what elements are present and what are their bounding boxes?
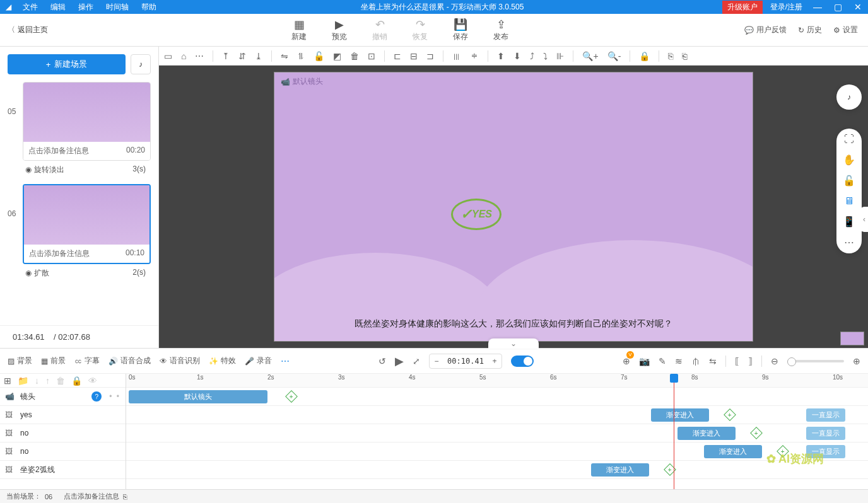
- snap-toggle[interactable]: [511, 356, 534, 367]
- arrow-down-icon[interactable]: ↓: [35, 376, 39, 386]
- zoom-in-timeline-icon[interactable]: ⊕: [853, 356, 860, 366]
- clip-default-camera[interactable]: 默认镜头: [129, 390, 267, 403]
- subtitle-text[interactable]: 既然坐姿对身体健康的影响这么大，那么我们应该如何判断自己的坐姿对不对呢？: [274, 318, 753, 330]
- align-bottom-icon[interactable]: ⤓: [255, 51, 262, 61]
- scene-music-button[interactable]: ♪: [131, 54, 151, 74]
- scene-note-placeholder[interactable]: 点击添加备注信息: [28, 146, 89, 156]
- lock-icon[interactable]: 🔓: [314, 51, 324, 61]
- flip-h-icon[interactable]: ⇋: [281, 51, 288, 61]
- tab-fx[interactable]: ✨特效: [209, 356, 236, 366]
- upgrade-account-button[interactable]: 升级账户: [722, 1, 763, 14]
- track-no1[interactable]: 渐变进入 + 一直显示: [126, 424, 868, 442]
- maximize-button[interactable]: ▢: [828, 2, 848, 12]
- dist-v-icon[interactable]: ⫩: [470, 51, 479, 61]
- fullscreen-icon[interactable]: ⛶: [844, 134, 854, 145]
- new-button[interactable]: ▦新建: [291, 18, 307, 42]
- hand-icon[interactable]: ✋: [843, 154, 855, 166]
- zoom-out-icon[interactable]: 🔍-: [607, 51, 621, 61]
- menu-edit[interactable]: 编辑: [44, 2, 72, 13]
- play-timeline-button[interactable]: ▶: [395, 354, 404, 368]
- clip-always-show[interactable]: 一直显示: [806, 408, 845, 422]
- layer-down-icon[interactable]: ⬇: [513, 51, 521, 61]
- track-label-no2[interactable]: 🖼no: [0, 442, 126, 461]
- preview-button[interactable]: ▶预览: [332, 18, 347, 42]
- copy-icon[interactable]: ⎘: [668, 51, 673, 61]
- zoom-slider[interactable]: [787, 360, 844, 362]
- tab-subtitle[interactable]: ㏄字幕: [74, 356, 100, 366]
- more-icon[interactable]: ⋯: [195, 51, 204, 61]
- timeline-ruler[interactable]: 0s 1s 2s 3s 4s 5s 6s 7s 8s 9s 10s: [126, 374, 868, 388]
- scene-item-05[interactable]: 05 点击添加备注信息 00:20 ◉旋转淡出 3(s): [8, 82, 151, 179]
- play-small-icon[interactable]: ◉: [25, 165, 32, 174]
- layers-icon[interactable]: ≋: [675, 356, 683, 366]
- unlock-icon[interactable]: 🔓: [843, 175, 855, 187]
- more-tabs-icon[interactable]: ⋯: [281, 356, 290, 366]
- marker-out-icon[interactable]: ⟧: [748, 356, 753, 366]
- publish-button[interactable]: ⇪发布: [493, 18, 508, 42]
- canvas-stage[interactable]: 📹默认镜头 ✓YES 既然坐姿对身体健康的影响这么大，那么我们应该如何判断自己的…: [274, 72, 753, 342]
- align-left-icon[interactable]: ⊏: [394, 51, 401, 61]
- save-button[interactable]: 💾保存: [453, 18, 468, 42]
- undo-button[interactable]: ↶撤销: [372, 18, 387, 42]
- layer-bottom-icon[interactable]: ⤵: [543, 51, 548, 61]
- redo-button[interactable]: ↷恢复: [413, 18, 428, 42]
- mini-preview[interactable]: [840, 332, 864, 345]
- flow-icon[interactable]: ⇆: [709, 356, 717, 366]
- scene-note-placeholder[interactable]: 点击添加备注信息: [29, 248, 90, 259]
- track-lock-icon[interactable]: 🔒: [71, 376, 82, 386]
- scene-thumbnail[interactable]: [24, 185, 150, 245]
- rewind-icon[interactable]: ↺: [378, 356, 386, 366]
- paste-icon[interactable]: ⎗: [682, 51, 687, 61]
- track-label-no1[interactable]: 🖼no: [0, 424, 126, 442]
- tab-background[interactable]: ▨背景: [8, 356, 32, 366]
- transition-name[interactable]: 扩散: [34, 269, 49, 277]
- flip-v-icon[interactable]: ⥮: [297, 51, 305, 61]
- select-tool-icon[interactable]: ▭: [164, 51, 172, 61]
- menu-file[interactable]: 文件: [16, 2, 44, 13]
- transition-name[interactable]: 旋转淡出: [34, 165, 64, 174]
- time-plus-button[interactable]: +: [488, 357, 501, 366]
- trash-icon[interactable]: 🗑: [56, 376, 65, 386]
- back-home-button[interactable]: 〈 返回主页: [0, 25, 56, 35]
- menu-timeline[interactable]: 时间轴: [100, 2, 135, 13]
- menu-operate[interactable]: 操作: [72, 2, 100, 13]
- close-button[interactable]: ✕: [848, 2, 868, 12]
- tab-record[interactable]: 🎤录音: [245, 356, 272, 366]
- crop-icon[interactable]: ◩: [333, 51, 341, 61]
- delete-icon[interactable]: 🗑: [350, 51, 359, 61]
- mobile-view-icon[interactable]: 📱: [843, 216, 855, 228]
- zoom-out-timeline-icon[interactable]: ⊖: [771, 356, 778, 366]
- clip-fade-in[interactable]: 渐变进入: [704, 445, 762, 458]
- focus-icon[interactable]: ⊡: [368, 51, 375, 61]
- expand-right-panel-button[interactable]: ‹: [860, 207, 868, 232]
- tab-foreground[interactable]: ▦前景: [41, 356, 66, 366]
- add-keyframe-button[interactable]: +: [750, 427, 763, 439]
- track-yes[interactable]: 渐变进入 + 一直显示: [126, 406, 868, 424]
- lock-canvas-icon[interactable]: 🔒: [639, 51, 650, 61]
- layer-top-icon[interactable]: ⤴: [530, 51, 534, 61]
- arrow-up-icon[interactable]: ↑: [45, 376, 50, 386]
- dist-vert-icon[interactable]: ⊪: [556, 51, 564, 61]
- yes-badge[interactable]: ✓YES: [451, 199, 501, 230]
- tab-tts[interactable]: 🔊语音合成: [108, 356, 151, 366]
- track-label-yes[interactable]: 🖼yes: [0, 406, 126, 424]
- login-register-button[interactable]: 登录/注册: [765, 1, 807, 14]
- layer-up-icon[interactable]: ⬆: [497, 51, 505, 61]
- help-icon[interactable]: ?: [91, 391, 102, 402]
- play-small-icon[interactable]: ◉: [25, 269, 32, 277]
- keyframe-in-icon[interactable]: ⊕: [623, 356, 630, 366]
- desktop-view-icon[interactable]: 🖥: [844, 195, 854, 207]
- history-button[interactable]: ↻历史: [798, 25, 822, 35]
- expand-icon[interactable]: ⤢: [413, 356, 420, 366]
- track-camera[interactable]: 默认镜头 +: [126, 388, 868, 406]
- scene-thumbnail[interactable]: [23, 83, 150, 142]
- add-track-icon[interactable]: ⊞: [4, 376, 11, 386]
- canvas-music-button[interactable]: ♪: [836, 84, 862, 110]
- add-keyframe-button[interactable]: +: [724, 408, 736, 421]
- folder-add-icon[interactable]: 📁: [18, 376, 28, 386]
- settings-button[interactable]: ⚙设置: [833, 25, 858, 35]
- dist-h-icon[interactable]: ⫼: [452, 51, 461, 61]
- zoom-in-icon[interactable]: 🔍+: [582, 51, 598, 61]
- filter-icon[interactable]: ⫛: [691, 356, 700, 366]
- align-top-icon[interactable]: ⤒: [222, 51, 230, 61]
